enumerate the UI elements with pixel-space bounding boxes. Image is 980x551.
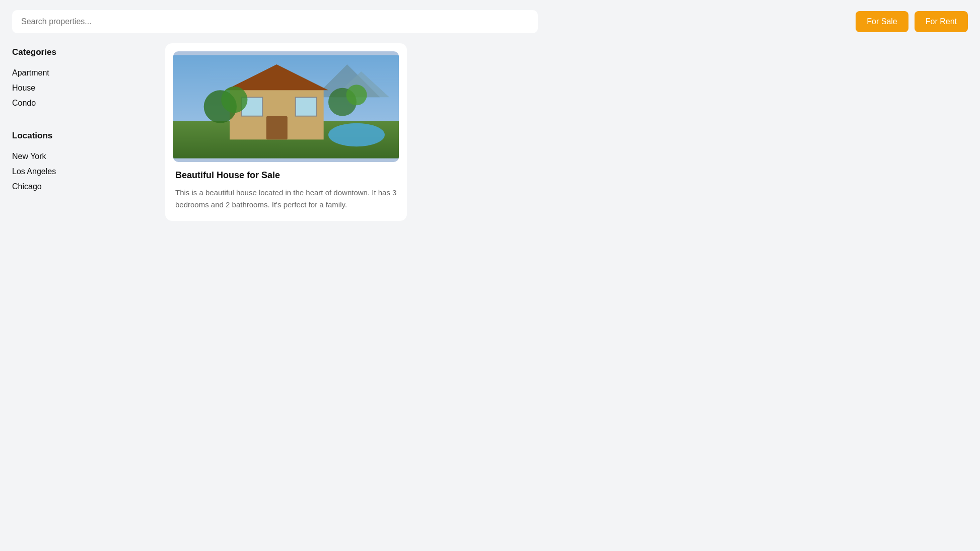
property-image bbox=[173, 51, 399, 162]
categories-section: Categories Apartment House Condo bbox=[12, 47, 153, 111]
svg-rect-8 bbox=[266, 116, 288, 140]
list-item[interactable]: Condo bbox=[12, 96, 153, 111]
list-item[interactable]: Apartment bbox=[12, 65, 153, 81]
locations-section: Locations New York Los Angeles Chicago bbox=[12, 131, 153, 194]
svg-point-9 bbox=[328, 123, 385, 147]
svg-point-13 bbox=[346, 85, 367, 105]
property-title: Beautiful House for Sale bbox=[175, 170, 397, 181]
categories-list: Apartment House Condo bbox=[12, 65, 153, 111]
site-header: For Sale For Rent bbox=[0, 0, 980, 43]
list-item[interactable]: Chicago bbox=[12, 179, 153, 194]
property-card-body: Beautiful House for Sale This is a beaut… bbox=[165, 162, 407, 211]
locations-list: New York Los Angeles Chicago bbox=[12, 149, 153, 194]
list-item[interactable]: House bbox=[12, 81, 153, 96]
property-description: This is a beautiful house located in the… bbox=[175, 187, 397, 211]
property-card[interactable]: Beautiful House for Sale This is a beaut… bbox=[165, 43, 407, 221]
categories-heading: Categories bbox=[12, 47, 153, 57]
search-input[interactable] bbox=[12, 10, 538, 33]
for-sale-button[interactable]: For Sale bbox=[856, 11, 908, 32]
for-rent-button[interactable]: For Rent bbox=[915, 11, 968, 32]
filter-buttons: For Sale For Rent bbox=[856, 11, 968, 32]
svg-rect-7 bbox=[296, 97, 317, 116]
properties-grid: Beautiful House for Sale This is a beaut… bbox=[165, 43, 968, 221]
list-item[interactable]: New York bbox=[12, 149, 153, 164]
sidebar: Categories Apartment House Condo Locatio… bbox=[12, 43, 153, 221]
list-item[interactable]: Los Angeles bbox=[12, 164, 153, 179]
locations-heading: Locations bbox=[12, 131, 153, 141]
svg-point-11 bbox=[221, 87, 247, 113]
main-layout: Categories Apartment House Condo Locatio… bbox=[0, 43, 980, 233]
